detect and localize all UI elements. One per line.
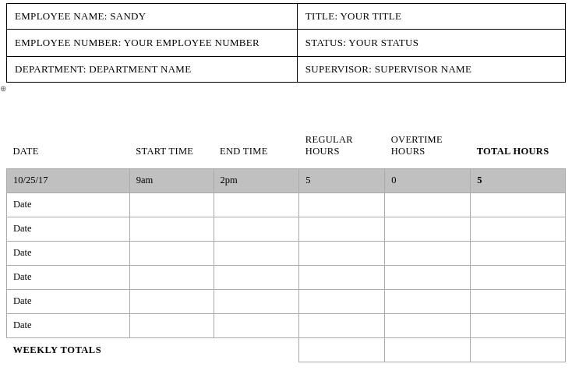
cell-start-time — [129, 289, 214, 313]
cell-regular-hours — [299, 313, 385, 337]
table-row: Date — [7, 289, 566, 313]
table-row: Date — [7, 313, 566, 337]
weekly-totals-row: WEEKLY TOTALS — [7, 337, 566, 362]
header-date: DATE — [7, 129, 130, 169]
weekly-total-total — [471, 337, 566, 362]
cell-date: Date — [7, 289, 130, 313]
cell-overtime-hours — [385, 217, 471, 241]
cell-end-time: 2pm — [214, 168, 299, 192]
header-regular-hours: REGULAR HOURS — [299, 129, 385, 169]
cell-regular-hours — [299, 265, 385, 289]
supervisor-cell: SUPERVISOR: SUPERVISOR NAME — [297, 56, 565, 82]
header-start-time: START TIME — [129, 129, 214, 169]
cell-overtime-hours — [385, 313, 471, 337]
cell-total-hours — [471, 217, 566, 241]
header-total-hours: TOTAL HOURS — [471, 129, 566, 169]
cell-date: Date — [7, 217, 130, 241]
cell-total-hours — [471, 313, 566, 337]
cell-regular-hours — [299, 289, 385, 313]
cell-total-hours — [471, 192, 566, 217]
weekly-totals-label: WEEKLY TOTALS — [7, 337, 299, 362]
cell-regular-hours — [299, 217, 385, 241]
table-row: Date — [7, 265, 566, 289]
cell-date: 10/25/17 — [7, 168, 130, 192]
timesheet-header-row: DATE START TIME END TIME REGULAR HOURS O… — [7, 129, 566, 169]
cell-date: Date — [7, 265, 130, 289]
timesheet-table: DATE START TIME END TIME REGULAR HOURS O… — [6, 129, 566, 363]
cell-end-time — [214, 192, 299, 217]
cell-start-time — [129, 265, 214, 289]
cell-end-time — [214, 241, 299, 265]
timesheet-body: 10/25/179am2pm505DateDateDateDateDateDat… — [7, 168, 566, 337]
cell-end-time — [214, 265, 299, 289]
cell-overtime-hours — [385, 241, 471, 265]
cell-start-time: 9am — [129, 168, 214, 192]
cell-start-time — [129, 217, 214, 241]
cell-overtime-hours: 0 — [385, 168, 471, 192]
weekly-total-overtime — [385, 337, 471, 362]
table-row: 10/25/179am2pm505 — [7, 168, 566, 192]
cell-total-hours — [471, 289, 566, 313]
cell-overtime-hours — [385, 289, 471, 313]
cell-date: Date — [7, 192, 130, 217]
department-cell: DEPARTMENT: DEPARTMENT NAME — [7, 56, 298, 82]
cell-total-hours — [471, 241, 566, 265]
cell-overtime-hours — [385, 265, 471, 289]
cell-start-time — [129, 313, 214, 337]
status-cell: STATUS: YOUR STATUS — [297, 30, 565, 57]
cell-regular-hours — [299, 241, 385, 265]
cell-start-time — [129, 192, 214, 217]
cell-overtime-hours — [385, 192, 471, 217]
employee-name-cell: EMPLOYEE NAME: SANDY — [7, 4, 298, 30]
cell-date: Date — [7, 313, 130, 337]
weekly-total-regular — [299, 337, 385, 362]
cell-regular-hours: 5 — [299, 168, 385, 192]
table-row: Date — [7, 217, 566, 241]
header-end-time: END TIME — [214, 129, 299, 169]
table-row: Date — [7, 241, 566, 265]
table-row: Date — [7, 192, 566, 217]
cell-end-time — [214, 313, 299, 337]
cell-end-time — [214, 217, 299, 241]
cell-total-hours — [471, 265, 566, 289]
employee-info-table: EMPLOYEE NAME: SANDY TITLE: YOUR TITLE E… — [6, 3, 566, 83]
cell-start-time — [129, 241, 214, 265]
header-overtime-hours: OVERTIME HOURS — [385, 129, 471, 169]
cell-total-hours: 5 — [471, 168, 566, 192]
employee-number-cell: EMPLOYEE NUMBER: YOUR EMPLOYEE NUMBER — [7, 30, 298, 57]
cell-regular-hours — [299, 192, 385, 217]
cell-end-time — [214, 289, 299, 313]
cell-date: Date — [7, 241, 130, 265]
table-anchor-icon: ⊕ — [0, 84, 6, 93]
title-cell: TITLE: YOUR TITLE — [297, 4, 565, 30]
